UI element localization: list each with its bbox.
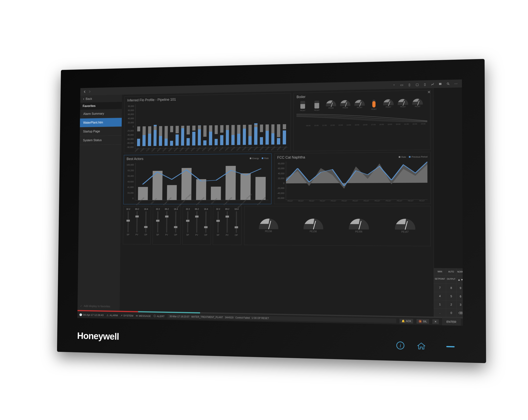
- gauge-mini[interactable]: PE167: [296, 101, 309, 112]
- gauge-mini[interactable]: PE167: [396, 99, 409, 110]
- add-display-favorites[interactable]: ✓ Add display to favorites: [78, 302, 120, 311]
- keypad-mode-button[interactable]: AUTO: [446, 268, 456, 275]
- status-flag[interactable]: ✉MESSAGE: [136, 314, 151, 318]
- home-hardware-button[interactable]: [417, 341, 426, 350]
- slider[interactable]: 89.2PV: [193, 208, 200, 243]
- keypad-num-button[interactable]: 4: [434, 292, 446, 300]
- naphtha-chart[interactable]: [286, 160, 428, 200]
- slider[interactable]: 18.4OP: [233, 208, 240, 243]
- clock-icon: 🕐: [79, 313, 82, 316]
- keypad-num-button[interactable]: 1: [434, 300, 446, 308]
- keypad-label-button[interactable]: SETPOINT: [434, 275, 446, 284]
- slider[interactable]: 32.2SP: [215, 208, 222, 243]
- gauge-mini[interactable]: PE167: [311, 101, 323, 111]
- sidebar-item[interactable]: WaterPlant.htm: [80, 118, 122, 127]
- panel-fcc-naphtha: FCC Cat Naphtha RatePrevious Period 80,0…: [274, 152, 431, 204]
- sidebar-item[interactable]: System Status: [80, 136, 121, 145]
- status-flag[interactable]: ↗SYSTEM: [120, 314, 133, 317]
- enter-button[interactable]: ENTER: [442, 318, 461, 326]
- page-icon[interactable]: ▯: [422, 81, 428, 87]
- panel-flo-profile: Inferred Flo Profile - Pipeline 101 90,0…: [124, 93, 291, 153]
- keypad-label-button[interactable]: OUTPUT: [446, 275, 456, 284]
- status-close-button[interactable]: ✕: [432, 319, 439, 324]
- sidebar-item[interactable]: Startup Page: [80, 127, 121, 136]
- slider[interactable]: 89.2PV: [224, 208, 231, 243]
- keypad-backspace-button[interactable]: ⌫: [456, 309, 463, 317]
- gauge-large[interactable]: PE156: [259, 219, 278, 233]
- keypad-num-button[interactable]: 5: [446, 292, 456, 300]
- slider[interactable]: 32.2SP: [184, 208, 191, 243]
- menu-icon[interactable]: ⋯: [453, 81, 459, 87]
- keypad-num-button[interactable]: .: [434, 308, 446, 317]
- close-icon[interactable]: ✕: [427, 90, 431, 95]
- sidebar-heading: Favorites: [80, 102, 122, 110]
- flo-chart[interactable]: [135, 101, 288, 149]
- svg-point-3: [447, 83, 449, 84]
- status-datetime: 🕐 04-Apr-17 12:28:43: [79, 313, 103, 317]
- nav-forward-icon[interactable]: [87, 89, 92, 94]
- brand-logo: Honeywell: [77, 330, 119, 342]
- screen: ▫ ▭ ▯ ▢ ▯ ⋯ Back Favorites: [77, 79, 463, 326]
- status-flag[interactable]: ⓘALERT: [153, 314, 165, 318]
- gauge-large[interactable]: PE156: [303, 219, 323, 233]
- ack-button[interactable]: 🔔 ACK: [399, 318, 413, 323]
- svg-rect-2: [441, 83, 441, 85]
- window-icon[interactable]: ▭: [399, 82, 405, 88]
- panel-boiler: Boiler PE167PE167PE156PE156PE167PE167PE1…: [293, 90, 431, 151]
- slider[interactable]: 89.2PV: [163, 208, 170, 243]
- panel-title: FCC Cat Naphtha: [277, 155, 305, 160]
- legend-item: Energy: [250, 157, 259, 159]
- gauge-mini[interactable]: PE156: [339, 100, 351, 111]
- chart-icon[interactable]: [430, 81, 436, 87]
- keypad-mode-button[interactable]: NORM: [456, 268, 463, 276]
- slider[interactable]: 18.4OP: [142, 208, 149, 243]
- keypad-mode-button[interactable]: MAN: [434, 268, 446, 275]
- system-icon: ↗: [120, 314, 122, 317]
- slider[interactable]: 32.2SP: [154, 208, 161, 243]
- keypad-num-button[interactable]: 7: [434, 284, 446, 292]
- slider[interactable]: 32.2SP: [125, 208, 132, 243]
- keypad-num-button[interactable]: 3: [456, 301, 463, 309]
- slider[interactable]: 89.2PV: [133, 208, 141, 243]
- sidebar-back-button[interactable]: Back: [80, 95, 122, 103]
- library-icon[interactable]: [437, 81, 444, 87]
- slider[interactable]: 18.4OP: [202, 208, 209, 243]
- info-hardware-button[interactable]: i: [396, 341, 405, 350]
- keypad-updown-button[interactable]: ▲▼: [456, 276, 463, 284]
- boiler-trend-chart[interactable]: [296, 111, 427, 125]
- panel-best-actors: Best Actors EnergyRate 100,00083,20066,4…: [123, 154, 272, 204]
- search-icon[interactable]: [445, 81, 451, 87]
- svg-text:i: i: [400, 342, 401, 348]
- gauge-mini[interactable]: PE167: [368, 99, 381, 110]
- gauge-mini[interactable]: PE167: [411, 99, 424, 110]
- gauge-mini[interactable]: PE167: [353, 100, 366, 111]
- keypad-num-button[interactable]: 0: [446, 309, 456, 317]
- legend-item: Rate: [262, 157, 269, 159]
- keypad-num-button[interactable]: 8: [446, 284, 456, 292]
- keypad-num-button[interactable]: 6: [456, 292, 463, 300]
- actors-chart[interactable]: [135, 162, 269, 200]
- power-led: [446, 346, 455, 347]
- sidebar-item[interactable]: Alarm Summary: [80, 109, 122, 118]
- alarm-icon: ⚠: [107, 314, 109, 317]
- monitor-icon[interactable]: ▢: [414, 81, 420, 87]
- status-flag[interactable]: ⚠ALARM: [107, 313, 118, 317]
- slider-group: 32.2SP89.2PV18.4OP: [153, 206, 181, 245]
- expand-icon[interactable]: ▫: [391, 82, 397, 88]
- gauge-mini[interactable]: PE167: [382, 99, 395, 110]
- panel-title: Inferred Flo Profile - Pipeline 101: [127, 95, 288, 102]
- tablet-icon[interactable]: ▯: [406, 82, 412, 88]
- panel-title: Boiler: [297, 92, 427, 99]
- gauge-mini[interactable]: PE156: [325, 100, 337, 111]
- keypad: MANAUTONORMSETPOINTOUTPUT▲▼789456123.0⌫: [434, 268, 463, 317]
- keypad-num-button[interactable]: 2: [446, 300, 456, 309]
- legend-item: Previous Period: [409, 155, 428, 158]
- gauge-large[interactable]: PE167: [395, 219, 415, 233]
- slider[interactable]: 18.4OP: [172, 208, 179, 243]
- gauge-large[interactable]: PE356: [349, 219, 369, 233]
- legend-item: Rate: [399, 156, 406, 158]
- sil-button[interactable]: 🔕 SIL: [417, 319, 429, 324]
- keypad-num-button[interactable]: 9: [456, 284, 463, 292]
- bell-icon: 🔔: [402, 319, 405, 322]
- nav-back-icon[interactable]: [82, 89, 87, 94]
